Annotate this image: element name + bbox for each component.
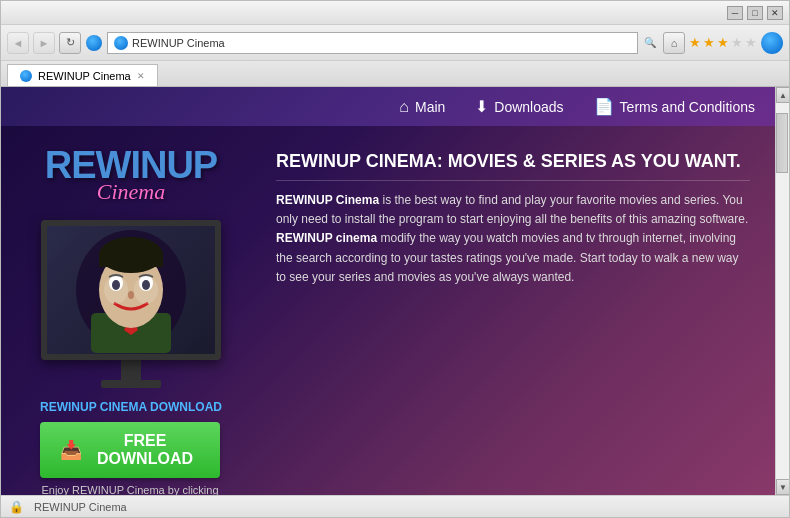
hero-description: REWINUP Cinema is the best way to find a… [276,191,750,287]
joker-illustration [66,226,196,354]
stars-area: ★ ★ ★ ★ ★ [689,35,757,50]
svg-point-11 [128,291,134,299]
scroll-up-button[interactable]: ▲ [776,87,789,103]
monitor-stand [121,360,141,380]
site-navigation: ⌂ Main ⬇ Downloads 📄 Terms and Condition… [1,87,775,126]
browser-icon [85,34,103,52]
monitor-image [41,220,221,360]
svg-point-13 [134,276,158,304]
nav-downloads-label: Downloads [494,99,563,115]
forward-button[interactable]: ► [33,32,55,54]
address-text: REWINUP Cinema [132,37,225,49]
search-button[interactable]: 🔍 [641,34,659,52]
browser-logo-icon [761,32,783,54]
nav-item-main[interactable]: ⌂ Main [399,98,445,116]
site-content: ⌂ Main ⬇ Downloads 📄 Terms and Condition… [1,87,789,495]
scrollbar[interactable]: ▲ ▼ [775,87,789,495]
monitor-base [101,380,161,388]
address-bar-wrap: REWINUP Cinema 🔍 [107,32,659,54]
refresh-button[interactable]: ↻ [59,32,81,54]
nav-main-label: Main [415,99,445,115]
scroll-track[interactable] [776,103,789,479]
scroll-thumb[interactable] [776,113,788,173]
window-controls: ─ □ ✕ [727,6,783,20]
download-btn-icon: 📥 [60,439,82,461]
home-button[interactable]: ⌂ [663,32,685,54]
nav-item-terms[interactable]: 📄 Terms and Conditions [594,97,755,116]
monitor-screen [47,226,215,354]
hero-right: REWINUP CINEMA: MOVIES & SERIES AS YOU W… [261,126,775,495]
nav-item-downloads[interactable]: ⬇ Downloads [475,97,563,116]
logo-area: REWINUP Cinema [45,146,217,205]
active-tab[interactable]: REWINUP Cinema ✕ [7,64,158,86]
status-icon: 🔒 [9,500,24,514]
nav-terms-label: Terms and Conditions [620,99,755,115]
hero-section: REWINUP Cinema [1,126,775,495]
download-nav-icon: ⬇ [475,97,488,116]
page-body: ⌂ Main ⬇ Downloads 📄 Terms and Condition… [1,87,775,495]
free-download-button[interactable]: 📥 FREE DOWNLOAD [40,422,220,478]
tab-bar: REWINUP Cinema ✕ [1,61,789,87]
browser-window: ─ □ ✕ ◄ ► ↻ REWINUP Cinema 🔍 ⌂ ★ ★ ★ ★ ★ [0,0,790,518]
home-nav-icon: ⌂ [399,98,409,116]
monitor-container [41,220,221,388]
star4[interactable]: ★ [731,35,743,50]
back-button[interactable]: ◄ [7,32,29,54]
scroll-down-button[interactable]: ▼ [776,479,789,495]
tab-close-button[interactable]: ✕ [137,71,145,81]
title-bar: ─ □ ✕ [1,1,789,25]
star1[interactable]: ★ [689,35,701,50]
maximize-button[interactable]: □ [747,6,763,20]
star5[interactable]: ★ [745,35,757,50]
favicon [114,36,128,50]
doc-nav-icon: 📄 [594,97,614,116]
status-text: REWINUP Cinema [34,501,127,513]
enjoy-text: Enjoy REWINUP Cinema by clicking here, i… [40,484,220,495]
download-label: REWINUP CINEMA DOWNLOAD [40,400,222,414]
hero-left-bottom: REWINUP CINEMA DOWNLOAD 📥 FREE DOWNLOAD … [40,400,222,495]
tab-label: REWINUP Cinema [38,70,131,82]
address-bar[interactable]: REWINUP Cinema [107,32,638,54]
download-btn-label: FREE DOWNLOAD [90,432,200,468]
status-bar: 🔒 REWINUP Cinema [1,495,789,517]
toolbar: ◄ ► ↻ REWINUP Cinema 🔍 ⌂ ★ ★ ★ ★ ★ [1,25,789,61]
svg-point-12 [104,276,128,304]
star3[interactable]: ★ [717,35,729,50]
minimize-button[interactable]: ─ [727,6,743,20]
tab-favicon [20,70,32,82]
star2[interactable]: ★ [703,35,715,50]
hero-left: REWINUP Cinema [1,126,261,495]
close-button[interactable]: ✕ [767,6,783,20]
svg-rect-6 [99,253,163,267]
hero-title: REWINUP CINEMA: MOVIES & SERIES AS YOU W… [276,151,750,181]
